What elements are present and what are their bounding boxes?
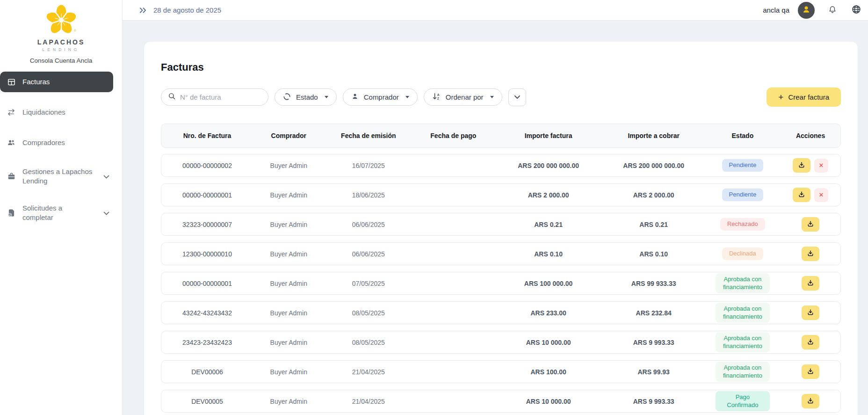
status-cell: Pendiente (705, 189, 781, 201)
download-invoice-button[interactable] (802, 276, 819, 291)
table-row: DEV00006 Buyer Admin 21/04/2025 ARS 100.… (161, 360, 841, 383)
status-badge: Declinada (722, 248, 763, 260)
column-header: Importe factura (494, 132, 602, 139)
receivable-amount-cell: ARS 232.84 (603, 309, 705, 317)
download-invoice-button[interactable] (802, 217, 819, 232)
download-invoice-button[interactable] (802, 306, 819, 320)
brand-name: LAPACHOS (0, 38, 122, 46)
invoices-table: Nro. de FacturaCompradorFecha de emisión… (161, 124, 841, 413)
app-window: ® LAPACHOS LENDING Consola Cuenta Ancla … (0, 0, 868, 415)
sidebar-item-facturas[interactable]: Facturas (0, 72, 113, 92)
actions-cell: ✕ (781, 188, 840, 202)
buyer-cell: Buyer Admin (253, 280, 324, 287)
invoice-amount-cell: ARS 100 000.00 (494, 280, 602, 287)
comprador-filter[interactable]: Comprador (343, 88, 418, 106)
download-invoice-button[interactable] (802, 394, 819, 408)
estado-filter-label: Estado (296, 93, 318, 101)
clipboard-check-icon (7, 208, 16, 218)
issue-date-cell: 16/07/2025 (324, 162, 412, 169)
sidebar-item-label: Gestiones a Lapachos Lending (22, 167, 94, 185)
receivable-amount-cell: ARS 0.21 (603, 221, 705, 228)
sidebar-item-solicitudes[interactable]: Solicitudes a completar (0, 199, 113, 226)
invoice-number-cell: 43242-43243432 (161, 309, 253, 317)
invoice-amount-cell: ARS 200 000 000.00 (494, 162, 602, 169)
sidebar-item-compradores[interactable]: Compradores (0, 132, 113, 153)
ordenar-filter[interactable]: A Z Ordenar por (424, 88, 502, 106)
receivable-amount-cell: ARS 200 000 000.00 (603, 162, 705, 169)
chevron-down-icon (514, 94, 521, 101)
sidebar-item-label: Solicitudes a completar (22, 204, 94, 222)
table-icon (7, 78, 16, 87)
download-invoice-button[interactable] (802, 335, 819, 349)
invoice-amount-cell: ARS 2 000.00 (494, 191, 602, 199)
sidebar-item-liquidaciones[interactable]: Liquidaciones (0, 102, 113, 123)
download-invoice-button[interactable] (802, 247, 819, 261)
username: ancla qa (763, 6, 789, 14)
actions-cell (781, 247, 840, 261)
download-invoice-button[interactable] (802, 364, 819, 379)
sidebar-collapse-button[interactable] (139, 7, 147, 14)
download-icon (807, 220, 814, 229)
download-invoice-button[interactable] (793, 188, 810, 202)
sidebar-item-gestiones[interactable]: Gestiones a Lapachos Lending (0, 163, 113, 189)
status-badge: Aprobada con financiamiento (716, 362, 770, 382)
invoice-number-cell: 12300-00000010 (161, 250, 253, 258)
download-icon (807, 397, 814, 406)
table-row: 00000-00000001 Buyer Admin 07/05/2025 AR… (161, 272, 841, 295)
actions-cell (781, 306, 840, 320)
cancel-invoice-button[interactable]: ✕ (814, 188, 828, 202)
brand-tagline: LENDING (0, 47, 122, 52)
topbar: 28 de agosto de 2025 ancla qa (123, 0, 868, 21)
column-header: Nro. de Factura (161, 132, 253, 139)
invoice-amount-cell: ARS 0.10 (494, 250, 602, 258)
svg-text:®: ® (74, 29, 77, 32)
more-filters-button[interactable] (508, 88, 526, 106)
buyer-cell: Buyer Admin (253, 339, 324, 346)
create-invoice-button[interactable]: + Crear factura (767, 87, 841, 107)
status-cell: Rechazado (705, 218, 781, 231)
comprador-filter-label: Comprador (364, 93, 399, 101)
download-icon (798, 191, 805, 199)
table-row: 23423-23432423 Buyer Admin 08/05/2025 AR… (161, 331, 841, 354)
receivable-amount-cell: ARS 9 993.33 (603, 398, 705, 405)
invoice-number-cell: 23423-23432423 (161, 339, 253, 346)
status-badge: Pago Confirmado (716, 391, 770, 412)
column-header: Acciones (781, 132, 840, 139)
search-icon (168, 92, 176, 102)
invoice-amount-cell: ARS 10 000.00 (494, 398, 602, 405)
svg-text:Z: Z (437, 97, 439, 100)
actions-cell: ✕ (781, 158, 840, 173)
invoice-search[interactable] (161, 88, 268, 106)
column-header: Fecha de emisión (324, 132, 412, 139)
download-icon (807, 309, 814, 317)
actions-cell (781, 276, 840, 291)
status-badge: Aprobada con financiamiento (716, 273, 770, 294)
download-icon (807, 368, 814, 376)
actions-cell (781, 335, 840, 349)
search-input[interactable] (180, 93, 273, 101)
estado-filter[interactable]: Estado (275, 88, 337, 106)
invoice-amount-cell: ARS 0.21 (494, 221, 602, 228)
invoice-number-cell: DEV00006 (161, 368, 253, 376)
sidebar-item-label: Compradores (22, 138, 65, 147)
cancel-invoice-button[interactable]: ✕ (814, 159, 828, 173)
buyer-cell: Buyer Admin (253, 221, 324, 228)
language-button[interactable] (851, 4, 861, 16)
page-title: Facturas (161, 61, 841, 73)
issue-date-cell: 18/06/2025 (324, 191, 412, 199)
chevron-down-icon (405, 96, 409, 98)
avatar[interactable] (798, 2, 815, 19)
receivable-amount-cell: ARS 99 933.33 (603, 280, 705, 287)
actions-cell (781, 217, 840, 232)
receivable-amount-cell: ARS 9 993.33 (603, 339, 705, 346)
buyer-cell: Buyer Admin (253, 162, 324, 169)
invoice-number-cell: 00000-00000001 (161, 191, 253, 199)
brand-logo: ® LAPACHOS LENDING Consola Cuenta Ancla (0, 0, 122, 64)
table-header: Nro. de FacturaCompradorFecha de emisión… (161, 124, 841, 148)
invoice-amount-cell: ARS 233.00 (494, 309, 602, 317)
download-invoice-button[interactable] (793, 158, 810, 173)
notifications-button[interactable] (828, 5, 837, 16)
user-icon (802, 5, 811, 16)
main-area: 28 de agosto de 2025 ancla qa (123, 0, 868, 415)
lapachos-flower-icon: ® (43, 29, 80, 37)
